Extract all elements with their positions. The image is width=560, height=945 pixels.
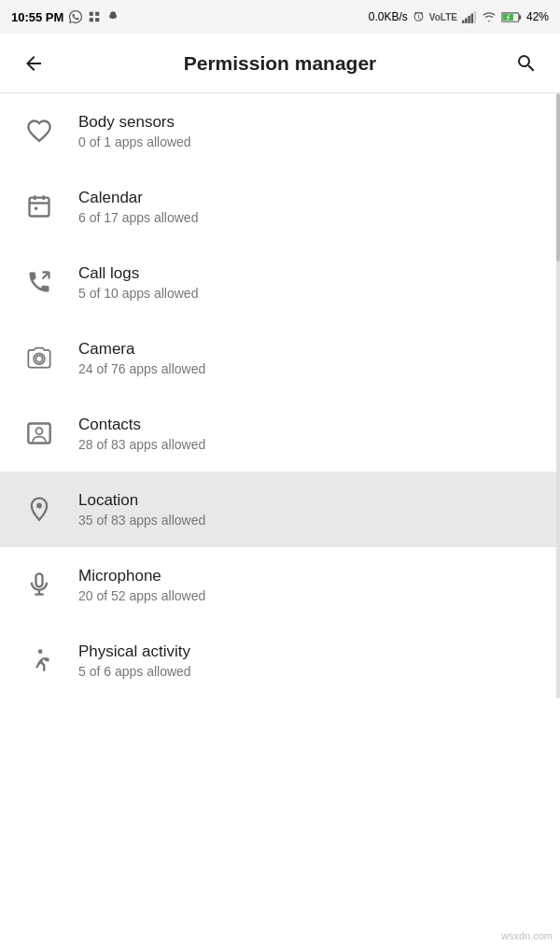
permission-item-calendar[interactable]: Calendar 6 of 17 apps allowed	[0, 169, 560, 245]
svg-point-20	[36, 356, 43, 362]
svg-point-22	[36, 428, 43, 434]
status-left: 10:55 PM	[11, 10, 119, 24]
contacts-icon	[19, 413, 60, 454]
signal-icon	[462, 11, 477, 23]
permission-item-microphone[interactable]: Microphone 20 of 52 apps allowed	[0, 547, 560, 623]
permission-text-microphone: Microphone 20 of 52 apps allowed	[78, 567, 205, 603]
permission-name-contacts: Contacts	[78, 416, 205, 434]
search-icon	[515, 52, 538, 75]
permission-item-body-sensors[interactable]: Body sensors 0 of 1 apps allowed	[0, 93, 560, 169]
grid-icon	[88, 10, 101, 23]
location-icon	[19, 488, 60, 529]
permission-count-microphone: 20 of 52 apps allowed	[78, 588, 205, 603]
status-right: 0.0KB/s VoLTE 42%	[369, 10, 549, 23]
permission-count-calendar: 6 of 17 apps allowed	[78, 210, 198, 225]
permission-name-microphone: Microphone	[78, 567, 205, 585]
permission-text-call-logs: Call logs 5 of 10 apps allowed	[78, 264, 198, 301]
permission-text-camera: Camera 24 of 76 apps allowed	[78, 340, 205, 376]
whatsapp-icon	[69, 10, 82, 23]
svg-rect-4	[462, 20, 464, 22]
time: 10:55 PM	[11, 10, 63, 24]
permission-text-calendar: Calendar 6 of 17 apps allowed	[78, 189, 198, 225]
battery-icon	[501, 11, 522, 23]
permission-item-location[interactable]: Location 35 of 83 apps allowed	[0, 472, 560, 547]
svg-rect-0	[90, 12, 93, 16]
permission-text-physical-activity: Physical activity 5 of 6 apps allowed	[78, 642, 191, 679]
permission-text-body-sensors: Body sensors 0 of 1 apps allowed	[78, 113, 191, 149]
permission-name-body-sensors: Body sensors	[78, 113, 191, 132]
svg-rect-5	[465, 18, 467, 23]
svg-point-27	[38, 649, 43, 654]
svg-rect-24	[36, 573, 43, 586]
permission-list: Body sensors 0 of 1 apps allowed Calenda…	[0, 93, 560, 698]
status-bar: 10:55 PM 0.0KB/s VoLTE	[0, 0, 560, 34]
permission-count-physical-activity: 5 of 6 apps allowed	[78, 664, 191, 679]
app-bar: Permission manager	[0, 34, 560, 93]
permission-name-call-logs: Call logs	[78, 264, 198, 283]
alarm-icon	[413, 11, 425, 23]
svg-rect-11	[519, 15, 521, 20]
camera-icon	[19, 337, 60, 378]
permission-count-body-sensors: 0 of 1 apps allowed	[78, 134, 191, 149]
running-icon	[19, 640, 60, 681]
microphone-icon	[19, 564, 60, 605]
permission-count-location: 35 of 83 apps allowed	[78, 513, 205, 528]
svg-rect-8	[474, 11, 476, 23]
svg-point-16	[35, 207, 38, 211]
call-logs-icon	[19, 261, 60, 303]
page-title: Permission manager	[63, 52, 497, 75]
svg-rect-7	[471, 13, 473, 22]
back-button[interactable]	[15, 45, 52, 82]
permission-name-calendar: Calendar	[78, 189, 198, 207]
permission-item-camera[interactable]: Camera 24 of 76 apps allowed	[0, 320, 560, 396]
search-button[interactable]	[508, 45, 545, 82]
svg-point-23	[36, 503, 42, 509]
network-speed: 0.0KB/s	[369, 10, 408, 23]
svg-rect-3	[96, 18, 100, 21]
permission-count-call-logs: 5 of 10 apps allowed	[78, 286, 198, 301]
battery-percent: 42%	[526, 10, 549, 23]
permission-item-contacts[interactable]: Contacts 28 of 83 apps allowed	[0, 396, 560, 472]
back-icon	[22, 52, 45, 75]
permission-text-contacts: Contacts 28 of 83 apps allowed	[78, 416, 205, 452]
permission-item-physical-activity[interactable]: Physical activity 5 of 6 apps allowed	[0, 623, 560, 698]
permission-count-contacts: 28 of 83 apps allowed	[78, 437, 205, 452]
wifi-icon	[482, 11, 497, 23]
permission-name-location: Location	[78, 491, 205, 510]
watermark: wsxdn.com	[501, 930, 553, 941]
content-area: Body sensors 0 of 1 apps allowed Calenda…	[0, 93, 560, 698]
heart-icon	[19, 110, 60, 151]
permission-text-location: Location 35 of 83 apps allowed	[78, 491, 205, 528]
snapchat-icon	[106, 10, 119, 23]
scroll-thumb	[556, 93, 560, 261]
scroll-track	[556, 93, 560, 698]
permission-item-call-logs[interactable]: Call logs 5 of 10 apps allowed	[0, 245, 560, 320]
permission-name-physical-activity: Physical activity	[78, 642, 191, 661]
permission-count-camera: 24 of 76 apps allowed	[78, 361, 205, 376]
permission-name-camera: Camera	[78, 340, 205, 359]
calendar-icon	[19, 186, 60, 227]
volte-icon: VoLTE	[429, 12, 457, 22]
svg-rect-2	[90, 18, 93, 21]
svg-rect-1	[96, 12, 100, 16]
svg-rect-21	[28, 424, 49, 444]
svg-rect-12	[30, 198, 49, 217]
svg-rect-6	[468, 15, 469, 22]
